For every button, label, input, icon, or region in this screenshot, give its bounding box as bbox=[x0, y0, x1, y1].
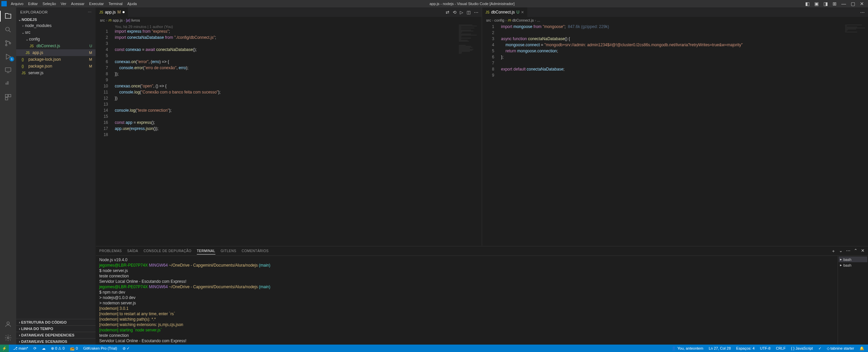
svg-rect-8 bbox=[7, 83, 8, 84]
code-editor-2[interactable]: 123456789 import mongoose from "mongoose… bbox=[482, 24, 868, 246]
status-indent[interactable]: Espaços: 4 bbox=[735, 346, 756, 350]
status-ports[interactable]: 📻 0 bbox=[69, 346, 79, 351]
menu-ver[interactable]: Ver bbox=[59, 1, 69, 6]
activity-settings-icon[interactable] bbox=[0, 331, 16, 345]
terminal-item-2[interactable]: ▸bash bbox=[839, 262, 867, 268]
person-icon: 👤 bbox=[672, 346, 676, 351]
terminal-dropdown-icon[interactable]: ⌄ bbox=[839, 248, 843, 254]
maximize-panel-icon[interactable]: ⌃ bbox=[854, 248, 858, 254]
editor-group-2: JS dbConnect.js U × ⋯ src› config› JS db… bbox=[482, 7, 868, 246]
status-branch[interactable]: ⎇ main* bbox=[12, 346, 29, 351]
activity-source-control-icon[interactable] bbox=[0, 36, 16, 50]
panel-tab-console[interactable]: CONSOLE DE DEPURAÇÃO bbox=[143, 248, 191, 254]
activity-docker-icon[interactable] bbox=[0, 77, 16, 90]
activity-search-icon[interactable] bbox=[0, 23, 16, 36]
tree-item-app[interactable]: JS app.js M bbox=[16, 49, 96, 56]
customize-layout-icon[interactable]: ⊞ bbox=[833, 1, 837, 6]
editor-group-1: JS app.js M ⇄ ⟲ ▷ ◫ ⋯ src› JS ap bbox=[96, 7, 482, 246]
activity-explorer-icon[interactable] bbox=[0, 9, 16, 23]
status-sync[interactable]: ⟳ bbox=[32, 346, 37, 351]
new-terminal-icon[interactable]: ＋ bbox=[831, 248, 836, 254]
port-icon: 📻 bbox=[70, 346, 75, 351]
sidebar-more-icon[interactable]: ⋯ bbox=[88, 10, 92, 15]
tree-item-dbconnect[interactable]: JS dbConnect.js U bbox=[16, 43, 96, 49]
tree-item-server[interactable]: JS server.js bbox=[16, 70, 96, 76]
status-prettier-check[interactable]: ✓ bbox=[817, 346, 822, 351]
layout-panel-right-icon[interactable]: ◨ bbox=[823, 1, 828, 6]
tree-item-package[interactable]: {} package.json M bbox=[16, 63, 96, 70]
layout-panel-left-icon[interactable]: ◧ bbox=[805, 1, 810, 6]
js-file-icon: JS bbox=[30, 44, 35, 48]
split-editor-icon[interactable]: ◫ bbox=[467, 10, 471, 15]
menu-arquivo[interactable]: Arquivo bbox=[9, 1, 25, 6]
menu-selecao[interactable]: Seleção bbox=[41, 1, 58, 6]
js-file-icon: JS bbox=[99, 10, 103, 14]
json-file-icon: {} bbox=[22, 64, 27, 68]
run-icon[interactable]: ▷ bbox=[460, 10, 463, 15]
section-dw-scenarios[interactable]: › DATAWEAVE SCENARIOS bbox=[16, 338, 96, 345]
terminal-list: ▸bash ▸bash bbox=[838, 256, 868, 345]
terminal-item-1[interactable]: ▸bash bbox=[839, 256, 867, 262]
panel-tab-terminal[interactable]: TERMINAL bbox=[197, 248, 215, 254]
panel-tab-saida[interactable]: SAÍDA bbox=[127, 248, 138, 254]
editor-more-icon[interactable]: ⋯ bbox=[860, 10, 865, 15]
tree-item-config[interactable]: ⌄config bbox=[16, 36, 96, 43]
minimap[interactable] bbox=[458, 24, 482, 246]
status-notifications-icon[interactable]: 🔔 bbox=[859, 346, 865, 351]
close-tab-icon[interactable]: × bbox=[521, 9, 524, 15]
layout-panel-bottom-icon[interactable]: ▣ bbox=[814, 1, 819, 6]
status-encoding[interactable]: UTF-8 bbox=[759, 346, 771, 350]
menu-executar[interactable]: Executar bbox=[87, 1, 106, 6]
status-eol[interactable]: CRLF bbox=[775, 346, 787, 350]
close-icon[interactable]: ✕ bbox=[860, 1, 864, 6]
panel-tab-comments[interactable]: COMENTÁRIOS bbox=[242, 248, 269, 254]
breadcrumb[interactable]: src› config› JS dbConnect.js› ... bbox=[482, 17, 868, 24]
section-estrutura[interactable]: › ESTRUTURA DO CÓDIGO bbox=[16, 319, 96, 325]
minimap[interactable] bbox=[844, 24, 868, 246]
tab-app-js[interactable]: JS app.js M bbox=[96, 7, 128, 17]
panel-tab-gitlens[interactable]: GITLENS bbox=[221, 248, 236, 254]
status-problems[interactable]: ⊗ 0 ⚠ 0 bbox=[50, 346, 65, 351]
terminal-output[interactable]: Node.js v19.4.0 jegomes@LBR-PE07P74X MIN… bbox=[96, 256, 838, 345]
split-terminal-icon[interactable]: ⋯ bbox=[846, 248, 850, 254]
activity-extensions-icon[interactable] bbox=[0, 90, 16, 104]
svg-rect-5 bbox=[5, 68, 11, 72]
status-cloud[interactable]: ☁ bbox=[41, 346, 47, 351]
status-prettier[interactable]: ⊘ ✓ bbox=[122, 346, 131, 351]
svg-rect-9 bbox=[7, 82, 8, 83]
close-panel-icon[interactable]: ✕ bbox=[861, 248, 865, 254]
menu-editar[interactable]: Editar bbox=[26, 1, 40, 6]
minimize-icon[interactable]: — bbox=[841, 1, 846, 6]
tree-root[interactable]: ⌄NODEJS bbox=[16, 17, 96, 22]
open-changes-icon[interactable]: ⟲ bbox=[453, 10, 456, 15]
activity-remote-explorer-icon[interactable] bbox=[0, 63, 16, 77]
status-tabnine[interactable]: ◇ tabnine starter bbox=[826, 346, 855, 351]
menu-terminal[interactable]: Terminal bbox=[107, 1, 125, 6]
js-file-icon: JS bbox=[22, 71, 27, 75]
status-cursor[interactable]: Ln 27, Col 28 bbox=[708, 346, 732, 350]
menu-acessar[interactable]: Acessar bbox=[69, 1, 86, 6]
tree-item-src[interactable]: ⌄src bbox=[16, 29, 96, 36]
code-editor-1[interactable]: 123456789 101112131415161718 You, há 29 … bbox=[96, 24, 482, 246]
git-status-modified: M bbox=[89, 51, 92, 55]
status-blame[interactable]: 👤 You, anteontem bbox=[670, 346, 704, 351]
compare-changes-icon[interactable]: ⇄ bbox=[446, 10, 449, 15]
panel-tab-problemas[interactable]: PROBLEMAS bbox=[99, 248, 122, 254]
editor-more-icon[interactable]: ⋯ bbox=[474, 10, 478, 15]
breadcrumb[interactable]: src› JS app.js› [ø] livros bbox=[96, 17, 482, 24]
tree-item-package-lock[interactable]: {} package-lock.json M bbox=[16, 56, 96, 63]
tree-item-node-modules[interactable]: ›node_modules bbox=[16, 22, 96, 29]
status-language[interactable]: { } JavaScript bbox=[790, 346, 814, 350]
activity-accounts-icon[interactable] bbox=[0, 318, 16, 331]
menu-ajuda[interactable]: Ajuda bbox=[125, 1, 139, 6]
section-linha-tempo[interactable]: › LINHA DO TEMPO bbox=[16, 325, 96, 332]
remote-indicator[interactable]: ⚡ bbox=[0, 345, 9, 352]
status-bar: ⚡ ⎇ main* ⟳ ☁ ⊗ 0 ⚠ 0 📻 0 GitKraken Pro … bbox=[0, 345, 868, 352]
section-dw-deps[interactable]: › DATAWEAVE DEPENDENCIES bbox=[16, 332, 96, 338]
activity-run-debug-icon[interactable]: 1 bbox=[0, 50, 16, 63]
status-gitkraken[interactable]: GitKraken Pro (Trial) bbox=[82, 346, 118, 350]
js-file-icon: JS bbox=[485, 10, 490, 14]
tab-dbconnect-js[interactable]: JS dbConnect.js U × bbox=[482, 7, 528, 17]
svg-point-13 bbox=[7, 322, 9, 324]
maximize-icon[interactable]: ▢ bbox=[851, 1, 855, 6]
